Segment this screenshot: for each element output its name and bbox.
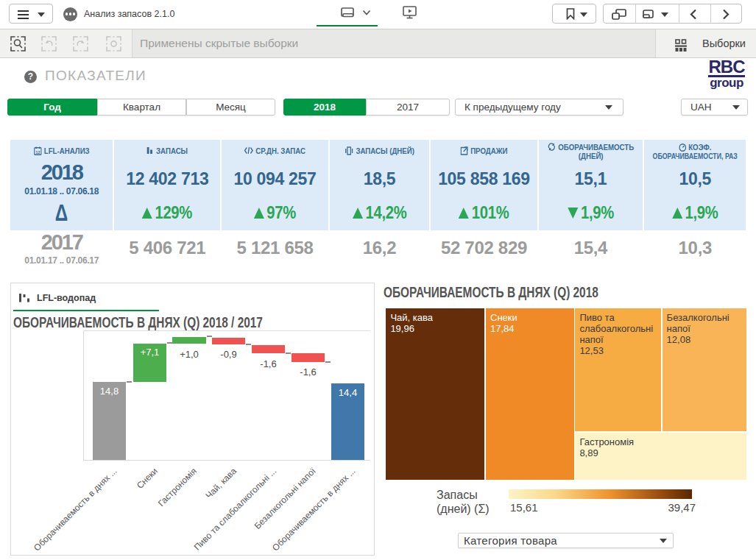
svg-text:12: 12 (35, 149, 40, 154)
